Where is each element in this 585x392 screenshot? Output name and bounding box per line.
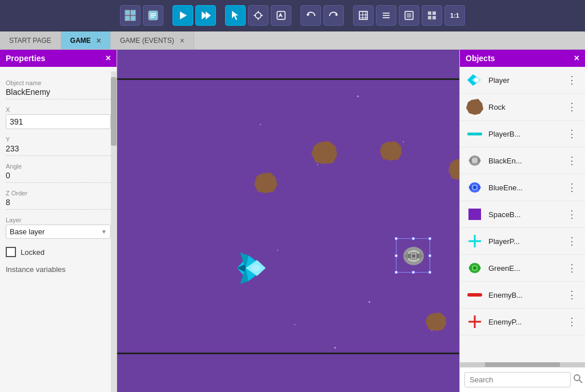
playerp-menu-btn[interactable]: ⋮ xyxy=(564,235,579,247)
blueen-icon xyxy=(466,178,484,197)
tab-game-events-close[interactable]: × xyxy=(180,36,185,45)
object-item-blueen[interactable]: BlueEne... ⋮ xyxy=(460,174,585,201)
svg-marker-10 xyxy=(206,11,211,19)
x-label: X xyxy=(6,106,111,113)
tab-game-events[interactable]: GAME (EVENTS) × xyxy=(111,31,194,49)
svg-rect-31 xyxy=(428,11,431,15)
objects-search-bar xyxy=(460,367,585,392)
redo-btn[interactable] xyxy=(323,5,344,26)
rock-object-1[interactable] xyxy=(311,141,337,166)
properties-scrollbar[interactable] xyxy=(111,71,117,392)
tab-start-label: START PAGE xyxy=(9,37,51,45)
greene-menu-btn[interactable]: ⋮ xyxy=(564,262,579,274)
z-order-label: Z Order xyxy=(6,190,111,197)
x-input-wrap: ▲ ▼ xyxy=(6,114,111,129)
player-name: Player xyxy=(488,76,560,85)
object-item-playerp[interactable]: PlayerP... ⋮ xyxy=(460,228,585,255)
canvas-bottom-divider xyxy=(117,353,459,354)
object-item-blacken[interactable]: BlackEn... ⋮ xyxy=(460,147,585,174)
rock-object-5[interactable] xyxy=(426,313,446,333)
rock-object-4[interactable] xyxy=(380,141,402,162)
object-item-greene[interactable]: GreenE... ⋮ xyxy=(460,255,585,282)
transform-tool-btn[interactable] xyxy=(248,5,269,26)
properties-title: Properties xyxy=(6,54,45,63)
svg-rect-32 xyxy=(432,11,436,15)
tab-game-close[interactable]: × xyxy=(97,36,101,45)
tile-btn[interactable] xyxy=(422,5,442,26)
objects-close-btn[interactable]: × xyxy=(574,53,579,63)
layer-select[interactable]: Base layer ▼ xyxy=(6,225,111,239)
svg-rect-1 xyxy=(131,10,135,15)
tab-start-page[interactable]: START PAGE xyxy=(0,31,61,49)
svg-marker-37 xyxy=(448,158,459,180)
ratio-btn[interactable]: 1:1 xyxy=(444,5,465,26)
enemyp-icon xyxy=(466,313,484,331)
preview-btn[interactable] xyxy=(399,5,419,26)
y-label: Y xyxy=(6,136,111,143)
tabbar: START PAGE GAME × GAME (EVENTS) × xyxy=(0,31,585,50)
tab-game[interactable]: GAME × xyxy=(61,31,111,49)
enemyb-menu-btn[interactable]: ⋮ xyxy=(564,289,579,301)
svg-rect-66 xyxy=(467,133,482,135)
svg-marker-39 xyxy=(426,313,446,331)
star xyxy=(277,250,278,251)
playerb-name: PlayerB... xyxy=(488,130,560,138)
svg-point-64 xyxy=(474,78,479,82)
angle-value: 0 xyxy=(6,171,111,183)
x-input[interactable] xyxy=(6,115,111,129)
player-menu-btn[interactable]: ⋮ xyxy=(564,74,579,86)
svg-marker-11 xyxy=(232,11,238,20)
grid-btn[interactable] xyxy=(353,5,374,26)
layer-label: Layer xyxy=(6,217,111,223)
play-debug-btn[interactable] xyxy=(195,5,216,26)
play-btn[interactable] xyxy=(173,5,193,26)
handle-tr xyxy=(428,237,431,240)
svg-point-88 xyxy=(574,375,580,381)
enemyp-name: EnemyP... xyxy=(488,318,560,326)
game-canvas[interactable] xyxy=(117,50,459,392)
svg-marker-36 xyxy=(254,173,277,193)
blueen-menu-btn[interactable]: ⋮ xyxy=(564,181,579,194)
object-item-player[interactable]: Player ⋮ xyxy=(460,67,585,94)
blacken-menu-btn[interactable]: ⋮ xyxy=(564,154,579,167)
player-ship-object[interactable] xyxy=(234,250,274,289)
tab-game-events-label: GAME (EVENTS) xyxy=(120,37,174,45)
undo-btn[interactable] xyxy=(300,5,321,26)
object-item-rock[interactable]: Rock ⋮ xyxy=(460,94,585,121)
handle-tm xyxy=(412,237,415,240)
locked-checkbox[interactable] xyxy=(6,247,16,257)
locked-label: Locked xyxy=(21,248,45,257)
svg-marker-35 xyxy=(311,141,337,164)
playerp-icon xyxy=(466,232,484,250)
handle-tl xyxy=(395,237,398,240)
rock-icon xyxy=(466,98,484,116)
black-enemy-selected[interactable] xyxy=(396,238,430,273)
properties-close-btn[interactable]: × xyxy=(106,53,111,63)
select-tool-btn[interactable] xyxy=(225,5,246,26)
enemyb-icon xyxy=(466,286,484,304)
svg-rect-3 xyxy=(131,16,135,21)
object-item-enemyp[interactable]: EnemyP... ⋮ xyxy=(460,309,585,335)
rock-object-2[interactable] xyxy=(254,173,277,195)
list-btn[interactable] xyxy=(376,5,396,26)
scene-icon-btn[interactable] xyxy=(120,5,141,26)
svg-point-82 xyxy=(473,266,476,270)
search-icon[interactable] xyxy=(573,374,583,386)
playerb-menu-btn[interactable]: ⋮ xyxy=(564,127,579,140)
svg-point-51 xyxy=(412,254,415,258)
objects-title: Objects xyxy=(466,54,495,63)
spaceb-menu-btn[interactable]: ⋮ xyxy=(564,208,579,221)
object-item-enemyb[interactable]: EnemyB... ⋮ xyxy=(460,282,585,309)
rock-menu-btn[interactable]: ⋮ xyxy=(564,101,579,113)
rock-object-3[interactable] xyxy=(448,158,459,182)
objects-header: Objects × xyxy=(460,50,585,67)
objects-search-input[interactable] xyxy=(464,372,571,387)
paint-tool-btn[interactable] xyxy=(271,5,291,26)
object-item-spaceb[interactable]: SpaceB... ⋮ xyxy=(460,201,585,228)
handle-bl xyxy=(395,271,398,274)
handle-rm xyxy=(428,254,431,257)
events-icon-btn[interactable] xyxy=(143,5,163,26)
object-item-playerb[interactable]: PlayerB... ⋮ xyxy=(460,121,585,147)
properties-header: Properties × xyxy=(0,50,117,67)
enemyp-menu-btn[interactable]: ⋮ xyxy=(564,315,579,328)
